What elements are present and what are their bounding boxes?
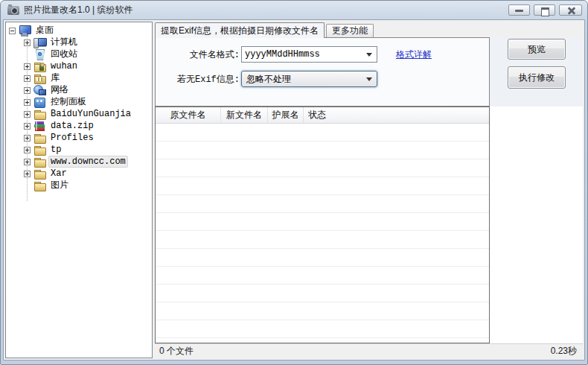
tab-strip: 提取Exif信息，根据拍摄日期修改文件名 更多功能 bbox=[155, 22, 583, 37]
minimize-button[interactable] bbox=[508, 4, 530, 16]
tree-item-[interactable]: 计算机 bbox=[6, 36, 152, 48]
table-row bbox=[156, 302, 489, 320]
icon-overlay bbox=[36, 77, 42, 81]
tree-item-label: 计算机 bbox=[48, 37, 80, 48]
table-row bbox=[156, 195, 489, 213]
network-icon bbox=[33, 84, 46, 96]
expand-plus-icon[interactable] bbox=[24, 75, 31, 82]
expand-plus-icon[interactable] bbox=[24, 111, 31, 118]
folder-icon bbox=[33, 180, 46, 191]
filename-format-label: 文件名格式: bbox=[156, 48, 240, 61]
tab-more-functions[interactable]: 更多功能 bbox=[326, 24, 374, 37]
archive-icon bbox=[33, 121, 46, 133]
tree-item-label: 网络 bbox=[48, 85, 71, 95]
camera-icon bbox=[7, 6, 19, 15]
folder-icon bbox=[33, 144, 46, 156]
computer-icon bbox=[33, 36, 46, 48]
main-panel: 提取Exif信息，根据拍摄日期修改文件名 更多功能 文件名格式: yyyyMMd… bbox=[155, 22, 583, 358]
table-row bbox=[156, 320, 489, 338]
tree-item-[interactable]: 桌面 bbox=[6, 25, 152, 36]
expand-plus-icon[interactable] bbox=[24, 123, 31, 130]
tree-item-label: Xar bbox=[48, 168, 69, 179]
tree-item-datazip[interactable]: data.zip bbox=[6, 120, 152, 132]
column-header-1[interactable]: 原文件名 bbox=[156, 107, 221, 123]
tree-item-label: BaiduYunGuanjia bbox=[48, 109, 133, 119]
expand-plus-icon[interactable] bbox=[24, 63, 31, 70]
no-exif-value: 忽略不处理 bbox=[242, 73, 377, 86]
no-exif-combobox[interactable]: 忽略不处理 bbox=[241, 71, 377, 87]
action-buttons: 预览 执行修改 bbox=[508, 39, 566, 89]
tree-item-xar[interactable]: Xar bbox=[6, 168, 152, 180]
folder-icon bbox=[33, 132, 46, 144]
tree-item-label: 控制面板 bbox=[48, 97, 89, 107]
folder-icon bbox=[33, 108, 46, 120]
icon-overlay bbox=[39, 65, 44, 71]
expand-plus-icon[interactable] bbox=[24, 159, 31, 165]
tree-item-label: 桌面 bbox=[33, 25, 56, 36]
table-row bbox=[156, 231, 489, 249]
tree-item-[interactable]: 控制面板 bbox=[6, 96, 152, 108]
table-row bbox=[156, 267, 489, 285]
tree-item-label: 图片 bbox=[48, 180, 71, 191]
tree-item-label: Profiles bbox=[48, 133, 96, 143]
expand-plus-icon[interactable] bbox=[24, 39, 31, 46]
table-row bbox=[156, 213, 489, 231]
tree-item-label: 库 bbox=[48, 73, 62, 83]
tree-item-[interactable]: 网络 bbox=[6, 84, 152, 96]
tree-item-[interactable]: 回收站 bbox=[6, 48, 152, 60]
recycle-bin-icon bbox=[33, 48, 46, 60]
tab-exif-rename[interactable]: 提取Exif信息，根据拍摄日期修改文件名 bbox=[155, 22, 325, 38]
close-button[interactable] bbox=[559, 4, 582, 16]
client-area: 桌面计算机回收站wuhan库网络控制面板BaiduYunGuanjiadata.… bbox=[3, 19, 585, 361]
folder-icon bbox=[33, 168, 46, 180]
execute-rename-button[interactable]: 执行修改 bbox=[508, 66, 566, 89]
column-header-3[interactable]: 护展名 bbox=[268, 107, 304, 123]
status-bar: 0 个文件 0.23秒 bbox=[155, 343, 583, 358]
folder-tree: 桌面计算机回收站wuhan库网络控制面板BaiduYunGuanjiadata.… bbox=[6, 25, 152, 191]
window-title: 照片批量改名1.0 | 缤纷软件 bbox=[24, 4, 505, 16]
expand-plus-icon[interactable] bbox=[24, 99, 31, 106]
tree-item-[interactable]: 库 bbox=[6, 72, 152, 84]
chevron-down-icon bbox=[366, 77, 372, 81]
expand-plus-icon[interactable] bbox=[24, 171, 31, 177]
table-row bbox=[156, 285, 489, 302]
tree-item-label: data.zip bbox=[48, 121, 96, 131]
elapsed-time-status: 0.23秒 bbox=[551, 345, 577, 358]
tree-item-label: www.downcc.com bbox=[48, 156, 128, 168]
title-bar[interactable]: 照片批量改名1.0 | 缤纷软件 bbox=[3, 1, 585, 19]
format-help-link[interactable]: 格式详解 bbox=[396, 48, 432, 61]
tree-item-wwwdowncccom[interactable]: www.downcc.com bbox=[6, 156, 152, 168]
table-row bbox=[156, 249, 489, 267]
preview-button[interactable]: 预览 bbox=[508, 39, 566, 60]
collapse-minus-icon[interactable] bbox=[9, 28, 16, 34]
rename-settings-group: 文件名格式: yyyyMMddHHmmss 格式详解 若无Exif信息: 忽略不… bbox=[155, 37, 490, 107]
tree-item-[interactable]: 图片 bbox=[6, 180, 152, 191]
expand-plus-icon[interactable] bbox=[24, 135, 31, 142]
table-row bbox=[156, 159, 489, 177]
tree-item-tp[interactable]: tp bbox=[6, 144, 152, 156]
restore-button[interactable] bbox=[534, 4, 555, 16]
user-folder-icon bbox=[33, 60, 46, 72]
tree-item-wuhan[interactable]: wuhan bbox=[6, 60, 152, 72]
column-header-4[interactable]: 状态 bbox=[304, 107, 489, 123]
tree-item-label: wuhan bbox=[48, 61, 80, 72]
app-window: 照片批量改名1.0 | 缤纷软件 桌面计算机回收站wuhan库网络控制面板Bai… bbox=[0, 0, 588, 365]
file-count-status: 0 个文件 bbox=[159, 345, 194, 358]
column-header-2[interactable]: 新文件名 bbox=[221, 107, 268, 123]
expand-plus-icon[interactable] bbox=[24, 87, 31, 94]
tree-item-label: tp bbox=[48, 145, 63, 155]
tree-item-label: 回收站 bbox=[48, 49, 80, 60]
file-table-header: 原文件名新文件名护展名状态 bbox=[156, 107, 489, 124]
tree-item-profiles[interactable]: Profiles bbox=[6, 132, 152, 144]
folder-icon bbox=[33, 156, 46, 168]
desktop-icon bbox=[19, 25, 31, 36]
expand-plus-icon[interactable] bbox=[24, 147, 31, 153]
control-panel-icon bbox=[33, 96, 46, 108]
tree-item-baiduyunguanjia[interactable]: BaiduYunGuanjia bbox=[6, 108, 152, 120]
filename-format-combobox[interactable]: yyyyMMddHHmmss bbox=[241, 46, 377, 63]
chevron-down-icon bbox=[366, 53, 372, 57]
table-row bbox=[156, 338, 489, 343]
folder-tree-panel: 桌面计算机回收站wuhan库网络控制面板BaiduYunGuanjiadata.… bbox=[5, 22, 153, 358]
file-list-area: 原文件名新文件名护展名状态 bbox=[155, 107, 583, 343]
window-controls bbox=[505, 4, 582, 16]
